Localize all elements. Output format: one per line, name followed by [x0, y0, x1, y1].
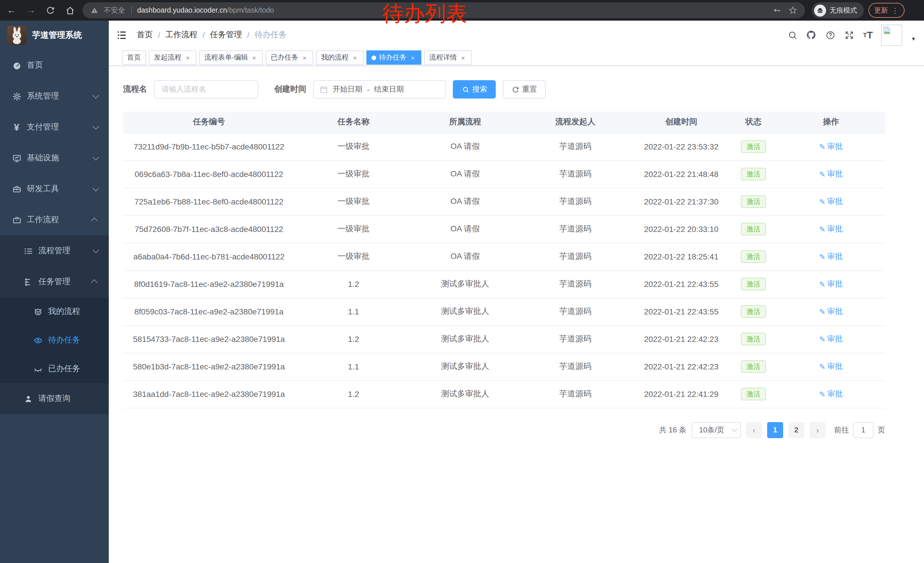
approve-link[interactable]: ✎审批	[819, 279, 843, 289]
approve-link[interactable]: ✎审批	[819, 251, 843, 262]
tab-发起流程[interactable]: 发起流程×	[149, 50, 196, 65]
task-id-cell: 069c6a63-7b8a-11ec-8ef0-acde48001122	[123, 161, 295, 188]
approve-link[interactable]: ✎审批	[819, 334, 843, 344]
tab-已办任务[interactable]: 已办任务×	[266, 50, 313, 65]
starter-cell: 芋道源码	[518, 380, 633, 408]
security-label[interactable]: 不安全	[104, 6, 125, 15]
sidebar-item-流程管理[interactable]: 流程管理	[0, 236, 109, 266]
sidebar-collapse-icon[interactable]	[116, 29, 128, 41]
sidebar-item-基础设施[interactable]: 基础设施	[0, 143, 109, 174]
created-cell: 2022-01-21 22:42:23	[633, 325, 730, 353]
bookmark-star-icon[interactable]	[788, 5, 798, 15]
close-icon[interactable]: ×	[251, 54, 258, 61]
process-cell: 测试多审批人	[412, 325, 518, 353]
goto-suffix: 页	[878, 425, 885, 435]
next-page-button[interactable]: ›	[810, 422, 825, 438]
approve-label: 审批	[827, 362, 843, 372]
search-button-icon	[461, 86, 470, 93]
search-icon[interactable]	[787, 29, 798, 41]
column-header: 任务名称	[295, 112, 412, 133]
browser-back-icon[interactable]: ←	[6, 5, 17, 16]
tab-首页[interactable]: 首页	[122, 50, 146, 65]
tab-我的流程[interactable]: 我的流程×	[316, 50, 363, 65]
tab-流程表单-编辑[interactable]: 流程表单-编辑×	[199, 50, 263, 65]
close-icon[interactable]: ×	[184, 54, 191, 61]
page-size-label: 10条/页	[699, 425, 724, 435]
process: OA 请假	[450, 141, 480, 151]
process-cell: OA 请假	[412, 215, 518, 243]
approve-link[interactable]: ✎审批	[819, 141, 843, 152]
sidebar-item-已办任务[interactable]: 已办任务	[0, 354, 109, 383]
sidebar-item-请假查询[interactable]: 请假查询	[0, 383, 109, 414]
process-name-input[interactable]: 请输入流程名	[154, 80, 258, 99]
page-button-1[interactable]: 1	[767, 422, 783, 438]
toolbox-icon	[12, 184, 22, 194]
breadcrumb-item[interactable]: 工作流程	[165, 30, 198, 40]
incognito-icon	[814, 4, 826, 17]
create-time-label: 创建时间	[274, 84, 306, 95]
page-button-2[interactable]: 2	[788, 422, 804, 438]
task-name-cell: 1.2	[295, 325, 412, 353]
close-icon[interactable]: ×	[460, 54, 466, 61]
sidebar-item-任务管理[interactable]: 任务管理	[0, 266, 109, 297]
approve-link[interactable]: ✎审批	[819, 169, 843, 179]
sidebar-item-首页[interactable]: 首页	[0, 50, 109, 81]
goto-page-input[interactable]: 1	[853, 422, 874, 438]
column-header: 流程发起人	[518, 112, 633, 133]
status-badge: 激活	[741, 278, 766, 290]
sidebar-item-我的流程[interactable]: 我的流程	[0, 297, 109, 326]
approve-link[interactable]: ✎审批	[819, 362, 843, 372]
chevron-down-icon	[93, 154, 99, 161]
fullscreen-icon[interactable]	[843, 29, 855, 41]
breadcrumb-item[interactable]: 任务管理	[210, 30, 242, 40]
approve-link[interactable]: ✎审批	[819, 389, 843, 399]
column-header: 创建时间	[633, 112, 730, 133]
sidebar-item-label: 任务管理	[38, 277, 70, 287]
tab-流程详情[interactable]: 流程详情×	[424, 50, 472, 65]
task-id-cell: 725a1eb6-7b88-11ec-8ef0-acde48001122	[123, 188, 295, 215]
password-key-icon[interactable]	[772, 5, 782, 15]
action-cell: ✎审批	[777, 270, 885, 298]
content: 流程名 请输入流程名 创建时间 开始日期 - 结束日期	[109, 66, 924, 563]
breadcrumb-item[interactable]: 首页	[137, 30, 153, 40]
robot-icon	[33, 306, 43, 317]
close-icon[interactable]: ×	[351, 54, 358, 61]
user-avatar[interactable]	[881, 24, 902, 45]
page-size-select[interactable]: 10条/页	[692, 422, 741, 438]
approve-link[interactable]: ✎审批	[819, 306, 843, 317]
github-icon[interactable]	[806, 29, 817, 41]
process-cell: OA 请假	[412, 243, 518, 270]
sidebar-item-工作流程[interactable]: 工作流程	[0, 204, 109, 236]
close-icon[interactable]: ×	[301, 54, 308, 61]
table-row: 75d72608-7b7f-11ec-a3c8-acde48001122一级审批…	[123, 215, 885, 243]
chevron-up-icon	[91, 279, 98, 286]
approve-link[interactable]: ✎审批	[819, 197, 843, 207]
close-icon[interactable]: ×	[410, 54, 416, 61]
app-logo[interactable]: 芋道管理系统	[0, 21, 109, 49]
sidebar-item-系统管理[interactable]: 系统管理	[0, 81, 109, 112]
created: 2022-01-22 21:37:30	[644, 197, 718, 206]
prev-page-button[interactable]: ‹	[746, 422, 762, 438]
sidebar-item-待办任务[interactable]: 待办任务	[0, 326, 109, 354]
date-range-picker[interactable]: 开始日期 - 结束日期	[313, 80, 446, 99]
search-button[interactable]: 搜索	[453, 80, 496, 99]
browser-update-button[interactable]: 更新 ⋮	[868, 3, 904, 18]
task-name: 1.1	[348, 307, 359, 316]
update-label[interactable]: 更新	[874, 6, 888, 15]
tab-待办任务[interactable]: 待办任务×	[366, 50, 422, 65]
help-icon[interactable]	[824, 29, 836, 41]
sidebar-item-研发工具[interactable]: 研发工具	[0, 174, 109, 204]
sidebar-item-支付管理[interactable]: ¥支付管理	[0, 112, 109, 143]
approve-link[interactable]: ✎审批	[819, 224, 843, 234]
browser-forward-icon[interactable]: →	[25, 5, 37, 16]
avatar-caret-down-icon[interactable]: ▼	[911, 36, 916, 42]
browser-reload-icon[interactable]	[45, 5, 56, 16]
browser-menu-icon[interactable]: ⋮	[891, 6, 899, 15]
reset-button[interactable]: 重置	[502, 80, 546, 99]
browser-home-icon[interactable]	[64, 5, 76, 16]
chevron-down-icon	[93, 123, 99, 130]
table-row: 381aa1dd-7ac8-11ec-a9e2-a2380e71991a1.2测…	[123, 380, 885, 408]
table-row: 8f0d1619-7ac8-11ec-a9e2-a2380e71991a1.2测…	[123, 270, 885, 298]
active-dot	[372, 55, 376, 60]
font-size-icon[interactable]: TT	[862, 29, 874, 41]
